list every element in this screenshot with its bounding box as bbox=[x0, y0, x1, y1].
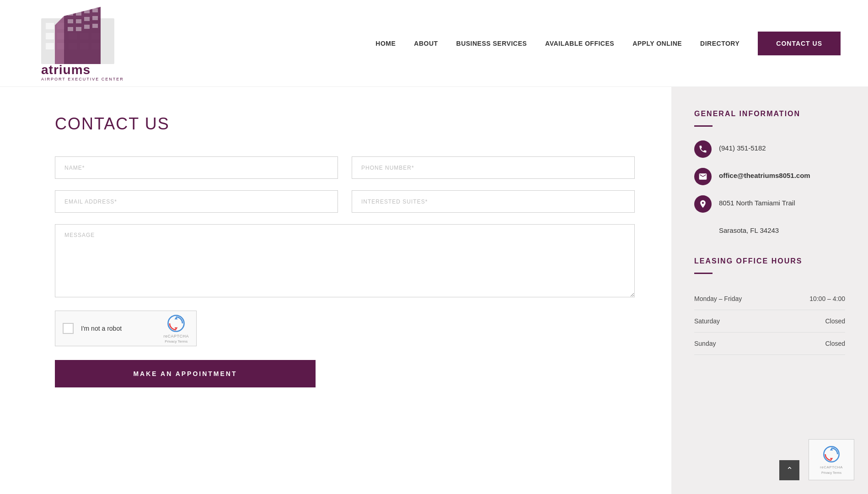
svg-rect-26 bbox=[68, 27, 73, 31]
recaptcha-links[interactable]: Privacy Terms bbox=[165, 339, 188, 344]
chevron-up-icon: ⌃ bbox=[786, 465, 793, 475]
email-input[interactable] bbox=[55, 190, 338, 213]
phone-item: (941) 351-5182 bbox=[694, 140, 845, 158]
hours-time: Closed bbox=[825, 340, 845, 347]
bottom-recaptcha-links[interactable]: Privacy Terms bbox=[821, 471, 841, 474]
address-line2: Sarasota, FL 34243 bbox=[694, 223, 845, 234]
hours-list: Monday – Friday 10:00 – 4:00 Saturday Cl… bbox=[694, 288, 845, 355]
hours-day: Saturday bbox=[694, 317, 720, 325]
svg-rect-1 bbox=[46, 23, 54, 29]
info-sidebar: GENERAL INFORMATION (941) 351-5182 bbox=[671, 87, 868, 494]
svg-rect-25 bbox=[92, 16, 98, 20]
svg-rect-28 bbox=[84, 25, 90, 29]
svg-rect-27 bbox=[76, 27, 81, 31]
recaptcha-widget[interactable]: I'm not a robot reCAPTCHA Privacy Terms bbox=[55, 311, 197, 346]
svg-rect-21 bbox=[92, 8, 98, 12]
contact-form-area: CONTACT US I'm not a robot bbox=[0, 87, 671, 494]
nav-available-offices[interactable]: AVAILABLE OFFICES bbox=[545, 40, 614, 47]
hours-time: 10:00 – 4:00 bbox=[809, 295, 845, 302]
contact-us-nav-button[interactable]: CONTACT US bbox=[758, 32, 841, 55]
svg-rect-6 bbox=[46, 33, 54, 39]
nav-business-services[interactable]: BUSINESS SERVICES bbox=[456, 40, 527, 47]
nav-apply-online[interactable]: APPLY ONLINE bbox=[632, 40, 682, 47]
nav-about[interactable]: ABOUT bbox=[414, 40, 438, 47]
hours-day: Monday – Friday bbox=[694, 295, 742, 302]
recaptcha-checkbox[interactable] bbox=[63, 323, 74, 334]
page-title: CONTACT US bbox=[55, 114, 635, 134]
recaptcha-logo: reCAPTCHA Privacy Terms bbox=[163, 314, 189, 344]
logo-image: atriums AIRPORT EXECUTIVE CENTER bbox=[27, 5, 128, 82]
svg-rect-11 bbox=[46, 43, 54, 49]
location-icon bbox=[694, 195, 712, 213]
submit-button[interactable]: MAKE AN APPOINTMENT bbox=[55, 360, 316, 387]
svg-rect-20 bbox=[84, 9, 90, 13]
address-item: 8051 North Tamiami Trail bbox=[694, 195, 845, 213]
bottom-recaptcha-widget[interactable]: reCAPTCHA Privacy Terms bbox=[809, 439, 854, 480]
email-item: office@theatriums8051.com bbox=[694, 168, 845, 185]
nav-home[interactable]: HOME bbox=[375, 40, 396, 47]
hours-time: Closed bbox=[825, 317, 845, 325]
hours-title: LEASING OFFICE HOURS bbox=[694, 257, 845, 265]
site-header: atriums AIRPORT EXECUTIVE CENTER HOME AB… bbox=[0, 0, 868, 87]
hours-row: Monday – Friday 10:00 – 4:00 bbox=[694, 288, 845, 310]
phone-number: (941) 351-5182 bbox=[719, 140, 766, 152]
message-textarea[interactable] bbox=[55, 224, 635, 297]
hours-section: LEASING OFFICE HOURS Monday – Friday 10:… bbox=[694, 257, 845, 355]
nav-directory[interactable]: DIRECTORY bbox=[700, 40, 739, 47]
phone-input[interactable] bbox=[352, 156, 635, 179]
svg-rect-19 bbox=[76, 11, 81, 16]
general-info-section: GENERAL INFORMATION (941) 351-5182 bbox=[694, 110, 845, 234]
svg-text:atriums: atriums bbox=[41, 63, 91, 77]
svg-text:AIRPORT EXECUTIVE CENTER: AIRPORT EXECUTIVE CENTER bbox=[41, 77, 124, 81]
bottom-recaptcha-brand: reCAPTCHA bbox=[820, 465, 843, 469]
hours-row: Sunday Closed bbox=[694, 333, 845, 355]
form-row-name-phone bbox=[55, 156, 635, 179]
recaptcha-icon bbox=[166, 314, 186, 333]
hours-row: Saturday Closed bbox=[694, 310, 845, 333]
main-content: CONTACT US I'm not a robot bbox=[0, 87, 868, 494]
phone-icon bbox=[694, 140, 712, 158]
general-info-title: GENERAL INFORMATION bbox=[694, 110, 845, 118]
scroll-up-button[interactable]: ⌃ bbox=[779, 460, 799, 480]
contact-form: I'm not a robot reCAPTCHA Privacy Terms … bbox=[55, 156, 635, 387]
address-block: 8051 North Tamiami Trail bbox=[719, 195, 795, 207]
recaptcha-brand-label: reCAPTCHA bbox=[163, 334, 189, 338]
hours-divider bbox=[694, 273, 713, 274]
logo-area: atriums AIRPORT EXECUTIVE CENTER bbox=[27, 5, 128, 82]
general-info-divider bbox=[694, 125, 713, 127]
recaptcha-label: I'm not a robot bbox=[81, 325, 156, 332]
form-row-email-suites bbox=[55, 190, 635, 213]
email-icon bbox=[694, 168, 712, 185]
main-nav: HOME ABOUT BUSINESS SERVICES AVAILABLE O… bbox=[375, 32, 841, 55]
bottom-recaptcha-icon bbox=[822, 445, 841, 463]
suites-input[interactable] bbox=[352, 190, 635, 213]
email-address: office@theatriums8051.com bbox=[719, 168, 810, 179]
svg-rect-23 bbox=[76, 19, 81, 23]
svg-rect-18 bbox=[68, 11, 73, 16]
svg-rect-22 bbox=[68, 19, 73, 23]
hours-day: Sunday bbox=[694, 340, 716, 347]
name-input[interactable] bbox=[55, 156, 338, 179]
address-line1: 8051 North Tamiami Trail bbox=[719, 195, 795, 207]
svg-rect-24 bbox=[84, 17, 90, 21]
svg-rect-29 bbox=[92, 24, 98, 28]
